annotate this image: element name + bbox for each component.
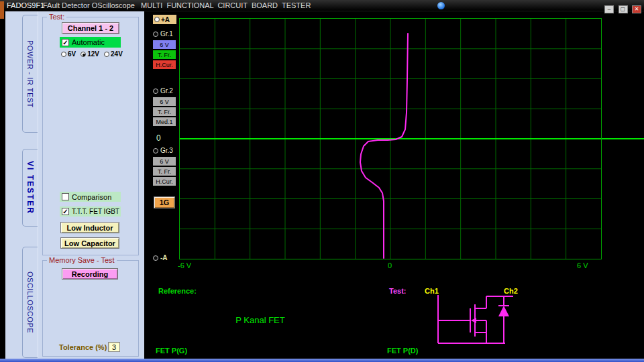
close-button[interactable]: ✕ <box>632 5 641 13</box>
recording-button[interactable]: Recording <box>62 268 118 280</box>
titlebar-subtitle: FAult Detector OScilloscope MULTI FUNCTI… <box>43 1 311 9</box>
low-capacitor-label: Low Capacitor <box>64 239 115 247</box>
titlebar: FADOS9F1 FAult Detector OScilloscope MUL… <box>0 0 644 11</box>
voltage-option-12v[interactable]: 12V <box>80 50 99 58</box>
reference-pin-label: FET P(G) <box>156 347 187 355</box>
memory-save-group-title: Memory Save - Test <box>47 256 117 264</box>
group3-frequency-label: T. Fr. <box>158 168 171 175</box>
low-inductor-button[interactable]: Low Inductor <box>60 222 119 233</box>
tab-power-ir-test-label: POWER - IR TEST <box>26 40 34 108</box>
minus-a-label: -A <box>160 254 168 261</box>
plus-a-selector[interactable]: +A <box>153 15 176 24</box>
group1-voltage-label: 6 V <box>160 42 169 48</box>
group3-frequency-chip[interactable]: T. Fr. <box>153 167 176 176</box>
tolerance-input[interactable]: 3 <box>108 342 120 352</box>
test-pin-label: FET P(D) <box>387 347 418 355</box>
checkbox-checked-icon: ✓ <box>62 39 69 46</box>
tab-oscilloscope[interactable]: OSCILLOSCOPE <box>22 247 38 358</box>
app-title: FADOS9F1 <box>7 1 44 9</box>
group2-current-chip[interactable]: Med.1 <box>153 117 176 126</box>
screen-edge-artifact <box>0 1 4 19</box>
gain-1g-button[interactable]: 1G <box>154 196 175 208</box>
reference-title: Reference: <box>158 287 197 295</box>
group1-current-label: H.Cur. <box>156 62 173 68</box>
taskbar-edge <box>0 359 644 362</box>
tolerance-label: Tolerance (%) <box>59 343 107 351</box>
channel-1-2-button[interactable]: Channel 1 - 2 <box>62 22 119 34</box>
radio-icon <box>153 148 158 154</box>
minus-a-selector[interactable]: -A <box>153 254 168 261</box>
y-axis-zero-label: 0 <box>156 133 161 143</box>
tolerance-value: 3 <box>112 343 116 351</box>
window-controls: – ▢ ✕ <box>603 1 641 13</box>
tab-oscilloscope-label: OSCILLOSCOPE <box>26 272 34 333</box>
x-axis-zero-label: 0 <box>388 261 392 269</box>
maximize-button[interactable]: ▢ <box>619 5 628 13</box>
group1-frequency-chip[interactable]: T. Fr. <box>153 50 176 59</box>
group1-current-chip[interactable]: H.Cur. <box>153 60 176 69</box>
group1-radio[interactable]: Gr.1 <box>153 30 173 38</box>
radio-icon <box>61 52 66 57</box>
radio-icon <box>153 255 158 261</box>
voltage-option-24v[interactable]: 24V <box>104 50 123 58</box>
tab-vi-tester-label: VI TESTER <box>25 161 35 215</box>
tab-page-edge <box>38 11 38 359</box>
plus-a-label: +A <box>161 16 170 23</box>
group1-voltage-chip[interactable]: 6 V <box>153 40 176 49</box>
low-inductor-label: Low Inductor <box>66 224 113 232</box>
group1-frequency-label: T. Fr. <box>158 52 171 58</box>
group2-voltage-label: 6 V <box>160 99 169 105</box>
group2-voltage-chip[interactable]: 6 V <box>153 97 176 106</box>
tab-vi-tester[interactable]: VI TESTER <box>22 149 38 227</box>
ttt-fet-igbt-label: T.T.T. FET IGBT <box>72 208 119 215</box>
comparison-checkbox[interactable]: Comparison <box>60 192 121 202</box>
group2-label: Gr.2 <box>160 87 173 95</box>
group3-voltage-chip[interactable]: 6 V <box>153 157 176 166</box>
radio-icon <box>153 32 158 37</box>
group2-radio[interactable]: Gr.2 <box>153 87 173 95</box>
test-group-title: Test: <box>47 13 66 21</box>
automatic-checkbox[interactable]: ✓ Automatic <box>60 37 121 48</box>
checkbox-unchecked-icon <box>62 193 69 200</box>
radio-selected-icon <box>80 52 86 57</box>
vi-graph-display <box>179 18 602 259</box>
voltage-24v-label: 24V <box>111 50 123 58</box>
gain-1g-label: 1G <box>160 198 170 206</box>
group2-frequency-label: T. Fr. <box>158 109 171 115</box>
tab-power-ir-test[interactable]: POWER - IR TEST <box>22 15 38 133</box>
voltage-options: 6V 12V 24V <box>61 50 140 58</box>
group2-current-label: Med.1 <box>156 119 172 125</box>
connection-status-icon <box>437 2 445 9</box>
automatic-label: Automatic <box>72 38 105 46</box>
x-axis-min-label: -6 V <box>178 261 191 269</box>
channel-1-2-label: Channel 1 - 2 <box>68 24 113 32</box>
ttt-fet-igbt-checkbox[interactable]: ✓ T.T.T. FET IGBT <box>60 206 121 217</box>
voltage-option-6v[interactable]: 6V <box>61 50 76 58</box>
group1-label: Gr.1 <box>160 30 173 38</box>
checkbox-checked-icon: ✓ <box>62 208 69 215</box>
x-axis-max-label: 6 V <box>577 261 588 269</box>
reference-panel: Reference: P Kanal FET FET P(G) <box>153 284 368 358</box>
recording-label: Recording <box>72 270 108 278</box>
app-window: FADOS9F1 FAult Detector OScilloscope MUL… <box>0 0 644 362</box>
group3-voltage-label: 6 V <box>160 158 169 165</box>
group3-radio[interactable]: Gr.3 <box>153 147 173 154</box>
voltage-6v-label: 6V <box>68 50 76 58</box>
minimize-button[interactable]: – <box>604 5 614 13</box>
voltage-12v-label: 12V <box>87 50 99 58</box>
comparison-label: Comparison <box>72 193 111 201</box>
radio-icon <box>153 88 158 94</box>
test-result-panel: Test: Ch1 Ch2 FET P(D) <box>384 284 599 358</box>
group3-current-label: H.Cur. <box>156 178 173 185</box>
group3-current-chip[interactable]: H.Cur. <box>153 177 176 186</box>
radio-icon <box>104 52 109 57</box>
reference-component-name: P Kanal FET <box>153 315 368 325</box>
radio-icon <box>154 17 160 22</box>
vi-curve-plot <box>180 19 601 259</box>
group3-label: Gr.3 <box>160 147 173 154</box>
axis-extension-line <box>602 138 644 139</box>
low-capacitor-button[interactable]: Low Capacitor <box>60 237 119 249</box>
group2-frequency-chip[interactable]: T. Fr. <box>153 107 176 116</box>
